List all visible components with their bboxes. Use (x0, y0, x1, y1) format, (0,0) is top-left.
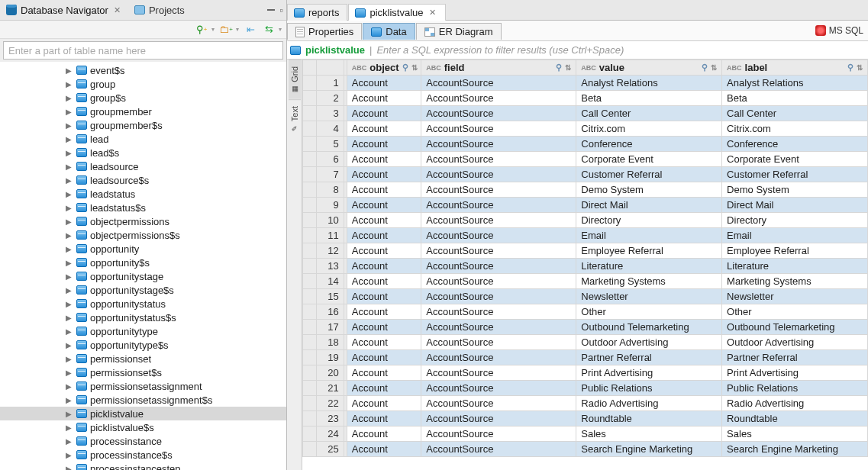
table-row[interactable]: 16AccountAccountSourceOtherOther (303, 304, 868, 320)
filter-icon[interactable]: ⚲ (556, 63, 562, 72)
cell-field[interactable]: AccountSource (421, 335, 576, 350)
cell-label[interactable]: Directory (722, 213, 868, 228)
tree-node-opportunity-s[interactable]: ▶opportunity$s (0, 256, 286, 269)
cell-label[interactable]: Employee Referral (722, 243, 868, 259)
filter-icon[interactable]: ⚲ (402, 63, 408, 72)
column-header-label[interactable]: ABClabel⚲⇅ (722, 60, 868, 76)
tree-node-leadsource[interactable]: ▶leadsource (0, 159, 286, 173)
cell-object[interactable]: Account (347, 396, 421, 411)
cell-label[interactable]: Print Advertising (722, 365, 868, 381)
cell-object[interactable]: Account (347, 350, 421, 365)
table-row[interactable]: 12AccountAccountSourceEmployee ReferralE… (303, 243, 868, 259)
cell-field[interactable]: AccountSource (421, 381, 576, 396)
table-row[interactable]: 11AccountAccountSourceEmailEmail (303, 228, 868, 243)
tree-node-processinstancestep[interactable]: ▶processinstancestep (0, 462, 286, 470)
tree-node-opportunitystatus-s[interactable]: ▶opportunitystatus$s (0, 311, 286, 324)
cell-field[interactable]: AccountSource (421, 106, 576, 121)
cell-label[interactable]: Email (722, 228, 868, 243)
tree-node-opportunitytype-s[interactable]: ▶opportunitytype$s (0, 338, 286, 352)
cell-value[interactable]: Radio Advertising (576, 396, 722, 411)
editor-tab-reports[interactable]: reports (287, 4, 347, 21)
cell-label[interactable]: Sales (722, 427, 868, 442)
cell-object[interactable]: Account (347, 243, 421, 259)
cell-value[interactable]: Directory (576, 213, 722, 228)
cell-object[interactable]: Account (347, 335, 421, 350)
table-row[interactable]: 13AccountAccountSourceLiteratureLiteratu… (303, 259, 868, 274)
cell-field[interactable]: AccountSource (421, 228, 576, 243)
table-row[interactable]: 18AccountAccountSourceOutdoor Advertisin… (303, 335, 868, 350)
tree-node-lead-s[interactable]: ▶lead$s (0, 146, 286, 159)
tree-node-groupmember[interactable]: ▶groupmember (0, 105, 286, 118)
table-row[interactable]: 2AccountAccountSourceBetaBeta (303, 91, 868, 106)
data-grid-scroll[interactable]: ABCobject⚲⇅ABCfield⚲⇅ABCvalue⚲⇅ABClabel⚲… (302, 60, 868, 470)
collapse-button[interactable]: ⇤ (244, 23, 257, 37)
editor-tab-picklistvalue[interactable]: picklistvalue✕ (348, 4, 445, 21)
filter-icon[interactable]: ⚲ (847, 63, 853, 72)
cell-field[interactable]: AccountSource (421, 442, 576, 457)
cell-object[interactable]: Account (347, 442, 421, 457)
tree-node-permissionset[interactable]: ▶permissionset (0, 352, 286, 365)
tree-node-picklistvalue-s[interactable]: ▶picklistvalue$s (0, 420, 286, 434)
table-row[interactable]: 10AccountAccountSourceDirectoryDirectory (303, 213, 868, 228)
table-row[interactable]: 15AccountAccountSourceNewsletterNewslett… (303, 289, 868, 304)
cell-value[interactable]: Corporate Event (576, 152, 722, 167)
tree-node-objectpermissions-s[interactable]: ▶objectpermissions$s (0, 228, 286, 242)
cell-value[interactable]: Newsletter (576, 289, 722, 304)
cell-value[interactable]: Direct Mail (576, 198, 722, 213)
table-row[interactable]: 4AccountAccountSourceCitrix.comCitrix.co… (303, 121, 868, 137)
data-grid[interactable]: ABCobject⚲⇅ABCfield⚲⇅ABCvalue⚲⇅ABClabel⚲… (302, 60, 868, 457)
cell-label[interactable]: Outdoor Advertising (722, 335, 868, 350)
tree-node-opportunitytype[interactable]: ▶opportunitytype (0, 324, 286, 338)
cell-object[interactable]: Account (347, 228, 421, 243)
chevron-down-icon[interactable]: ▾ (279, 26, 282, 33)
cell-field[interactable]: AccountSource (421, 320, 576, 335)
tree-node-lead[interactable]: ▶lead (0, 132, 286, 146)
table-row[interactable]: 21AccountAccountSourcePublic RelationsPu… (303, 381, 868, 396)
cell-object[interactable]: Account (347, 320, 421, 335)
cell-object[interactable]: Account (347, 121, 421, 137)
cell-label[interactable]: Demo System (722, 182, 868, 198)
cell-field[interactable]: AccountSource (421, 274, 576, 289)
table-row[interactable]: 8AccountAccountSourceDemo SystemDemo Sys… (303, 182, 868, 198)
sort-icon[interactable]: ⇅ (857, 63, 863, 72)
cell-object[interactable]: Account (347, 259, 421, 274)
cell-value[interactable]: Outbound Telemarketing (576, 320, 722, 335)
cell-object[interactable]: Account (347, 152, 421, 167)
cell-value[interactable]: Public Relations (576, 381, 722, 396)
table-row[interactable]: 14AccountAccountSourceMarketing SystemsM… (303, 274, 868, 289)
tree-node-processinstance[interactable]: ▶processinstance (0, 434, 286, 448)
tree-node-permissionsetassignment[interactable]: ▶permissionsetassignment (0, 379, 286, 393)
cell-value[interactable]: Customer Referral (576, 167, 722, 182)
chevron-down-icon[interactable]: ▾ (236, 26, 239, 33)
cell-value[interactable]: Roundtable (576, 411, 722, 427)
side-tab-grid[interactable]: ▦Grid (289, 60, 301, 99)
cell-label[interactable]: Beta (722, 91, 868, 106)
cell-value[interactable]: Marketing Systems (576, 274, 722, 289)
cell-value[interactable]: Demo System (576, 182, 722, 198)
table-row[interactable]: 17AccountAccountSourceOutbound Telemarke… (303, 320, 868, 335)
cell-value[interactable]: Employee Referral (576, 243, 722, 259)
cell-value[interactable]: Analyst Relations (576, 76, 722, 91)
tree-node-processinstance-s[interactable]: ▶processinstance$s (0, 448, 286, 462)
cell-field[interactable]: AccountSource (421, 152, 576, 167)
tree-node-event-s[interactable]: ▶event$s (0, 63, 286, 77)
cell-field[interactable]: AccountSource (421, 396, 576, 411)
cell-object[interactable]: Account (347, 137, 421, 152)
tree-filter-input[interactable] (3, 41, 283, 60)
tab-projects[interactable]: Projects (131, 3, 188, 18)
cell-label[interactable]: Partner Referral (722, 350, 868, 365)
table-row[interactable]: 7AccountAccountSourceCustomer ReferralCu… (303, 167, 868, 182)
cell-field[interactable]: AccountSource (421, 243, 576, 259)
cell-label[interactable]: Call Center (722, 106, 868, 121)
tree-node-opportunity[interactable]: ▶opportunity (0, 242, 286, 256)
cell-object[interactable]: Account (347, 106, 421, 121)
cell-value[interactable]: Other (576, 304, 722, 320)
column-header-value[interactable]: ABCvalue⚲⇅ (576, 60, 722, 76)
cell-label[interactable]: Newsletter (722, 289, 868, 304)
table-row[interactable]: 1AccountAccountSourceAnalyst RelationsAn… (303, 76, 868, 91)
cell-label[interactable]: Public Relations (722, 381, 868, 396)
table-row[interactable]: 9AccountAccountSourceDirect MailDirect M… (303, 198, 868, 213)
tab-properties[interactable]: Properties (287, 23, 362, 40)
cell-object[interactable]: Account (347, 289, 421, 304)
table-row[interactable]: 5AccountAccountSourceConferenceConferenc… (303, 137, 868, 152)
